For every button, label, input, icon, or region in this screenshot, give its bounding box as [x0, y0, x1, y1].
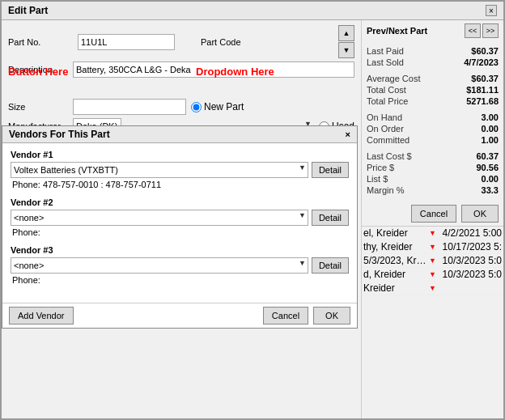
committed-label: Committed — [367, 135, 410, 145]
margin-label: Margin % — [367, 185, 404, 195]
add-vendor-button[interactable]: Add Vendor — [9, 307, 74, 325]
prev-part-button[interactable]: << — [465, 23, 481, 38]
history-arrow: ▼ — [429, 270, 436, 278]
history-date: 10/3/2023 5:0 — [436, 269, 502, 280]
history-section: el, Kreider▼4/2/2021 5:00thy, Kreider▼10… — [362, 227, 503, 418]
last-cost-label: Last Cost $ — [367, 151, 412, 161]
vendors-title-bar: Vendors For This Part × — [2, 126, 357, 143]
history-row[interactable]: el, Kreider▼4/2/2021 5:00 — [362, 227, 503, 240]
vendor1-phone: Phone: 478-757-0010 : 478-757-0711 — [12, 180, 349, 189]
vendor1-row: Voltex Batteries (VTXBTT) Detail — [11, 162, 349, 178]
total-price-row: Total Price 5271.68 — [367, 96, 499, 106]
history-table: el, Kreider▼4/2/2021 5:00thy, Kreider▼10… — [362, 227, 503, 295]
right-ok-button[interactable]: OK — [461, 205, 499, 223]
history-date: 10/3/2023 5:0 — [436, 255, 502, 266]
vendor1-select[interactable]: Voltex Batteries (VTXBTT) — [11, 162, 308, 178]
main-content: Part No. Part Code ▲ ▼ Description Butto… — [2, 20, 503, 418]
size-label: Size — [8, 102, 73, 112]
nav-buttons: << >> — [465, 23, 499, 38]
avg-cost-value: $60.37 — [471, 74, 499, 83]
on-order-value: 0.00 — [482, 124, 499, 134]
vendor3-section: Vendor #3 <none> Detail Phone: — [11, 245, 349, 285]
part-no-input[interactable] — [78, 34, 175, 50]
size-row: Size New Part — [8, 99, 354, 115]
on-order-row: On Order 0.00 — [367, 124, 499, 134]
vendor3-row: <none> Detail — [11, 257, 349, 274]
price-row: Price $ 90.56 — [367, 163, 499, 172]
total-price-label: Total Price — [367, 96, 408, 106]
last-sold-row: Last Sold 4/7/2023 — [367, 57, 499, 67]
right-top-section: Prev/Next Part << >> Last Paid $60.37 La… — [362, 20, 503, 227]
total-price-value: 5271.68 — [466, 96, 499, 106]
vendors-ok-button[interactable]: OK — [313, 307, 350, 325]
right-panel: Prev/Next Part << >> Last Paid $60.37 La… — [362, 20, 503, 418]
part-code-label: Part Code — [201, 37, 241, 47]
committed-row: Committed 1.00 — [367, 135, 499, 145]
last-paid-label: Last Paid — [367, 46, 404, 56]
vendor2-select[interactable]: <none> — [11, 210, 308, 226]
vendor3-title: Vendor #3 — [11, 245, 349, 255]
price-label: Price $ — [367, 163, 394, 172]
vendor3-detail-button[interactable]: Detail — [312, 257, 349, 274]
part-code-up-btn[interactable]: ▲ — [338, 25, 354, 41]
list-label: List $ — [367, 174, 388, 184]
avg-cost-label: Average Cost — [367, 74, 420, 83]
size-input[interactable] — [73, 99, 186, 115]
next-part-button[interactable]: >> — [482, 23, 499, 38]
last-paid-value: $60.37 — [471, 46, 499, 56]
vendors-footer: Add Vendor Cancel OK — [2, 303, 357, 328]
vendor2-phone: Phone: — [12, 227, 349, 237]
vendor2-row: <none> Detail — [11, 210, 349, 226]
vendor2-detail-button[interactable]: Detail — [312, 210, 349, 226]
list-value: 0.00 — [482, 174, 499, 184]
history-row[interactable]: thy, Kreider▼10/17/2023 5: — [362, 240, 503, 254]
history-arrow: ▼ — [429, 243, 436, 251]
total-cost-row: Total Cost $181.11 — [367, 85, 499, 95]
last-cost-value: 60.37 — [476, 151, 499, 161]
history-row[interactable]: Kreider▼ — [362, 282, 503, 295]
title-bar: Edit Part × — [2, 2, 503, 20]
margin-value: 33.3 — [482, 185, 499, 195]
vendors-cancel-button[interactable]: Cancel — [263, 307, 308, 325]
last-sold-value: 4/7/2023 — [464, 57, 499, 67]
part-no-row: Part No. Part Code ▲ ▼ — [8, 25, 354, 58]
vendors-close-button[interactable]: × — [346, 129, 350, 139]
vendor3-phone: Phone: — [12, 275, 349, 285]
vendors-body: Vendor #1 Voltex Batteries (VTXBTT) Deta… — [2, 143, 357, 299]
close-button[interactable]: × — [486, 5, 497, 16]
price-value: 90.56 — [476, 163, 499, 172]
history-arrow: ▼ — [429, 229, 436, 237]
history-name: 5/3/2023, Kreider — [363, 255, 429, 266]
vendor3-select[interactable]: <none> — [11, 257, 308, 274]
on-order-label: On Order — [367, 124, 404, 134]
vendor1-section: Vendor #1 Voltex Batteries (VTXBTT) Deta… — [11, 150, 349, 189]
vendor2-title: Vendor #2 — [11, 197, 349, 207]
vendors-footer-buttons: Cancel OK — [263, 307, 350, 325]
committed-value: 1.00 — [482, 135, 499, 145]
radio-new-input[interactable] — [191, 102, 202, 112]
history-row[interactable]: 5/3/2023, Kreider▼10/3/2023 5:0 — [362, 254, 503, 268]
history-name: Kreider — [363, 282, 429, 294]
left-panel: Part No. Part Code ▲ ▼ Description Butto… — [2, 20, 362, 418]
prev-next-row: Prev/Next Part << >> — [367, 23, 499, 38]
on-hand-value: 3.00 — [482, 112, 499, 122]
vendor1-title: Vendor #1 — [11, 150, 349, 159]
last-cost-row: Last Cost $ 60.37 — [367, 151, 499, 161]
part-code-down-btn[interactable]: ▼ — [338, 42, 354, 58]
history-row[interactable]: d, Kreider▼10/3/2023 5:0 — [362, 268, 503, 282]
margin-row: Margin % 33.3 — [367, 185, 499, 195]
dropdown-here-annotation: Dropdown Here — [196, 66, 274, 78]
history-arrow: ▼ — [429, 284, 436, 292]
vendor3-select-wrapper: <none> — [11, 257, 308, 274]
total-cost-value: $181.11 — [466, 85, 499, 95]
history-date: 10/17/2023 5: — [436, 241, 502, 252]
history-name: thy, Kreider — [363, 241, 429, 252]
right-cancel-button[interactable]: Cancel — [411, 205, 456, 223]
history-date: 4/2/2021 5:00 — [436, 227, 502, 239]
history-arrow: ▼ — [429, 257, 436, 265]
radio-new-part[interactable]: New Part — [191, 101, 244, 112]
window-title: Edit Part — [8, 5, 48, 16]
last-sold-label: Last Sold — [367, 57, 404, 67]
vendor2-select-wrapper: <none> — [11, 210, 308, 226]
vendor1-detail-button[interactable]: Detail — [312, 162, 349, 178]
